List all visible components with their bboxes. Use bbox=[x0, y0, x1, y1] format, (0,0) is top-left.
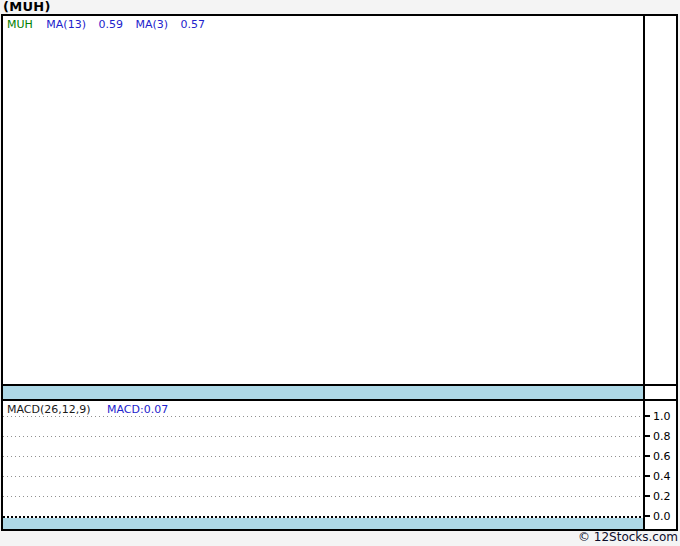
macd-gridline-0.2 bbox=[3, 496, 643, 497]
macd-gridline-0.4 bbox=[3, 476, 643, 477]
date-axis-band-top bbox=[3, 386, 643, 399]
macd-gridline-1.0 bbox=[3, 416, 643, 417]
macd-axis-tick bbox=[643, 455, 650, 457]
symbol-label: MUH bbox=[7, 18, 33, 31]
macd-axis-label: 0.2 bbox=[653, 490, 671, 503]
stock-chart-page: { "header": { "title": "(MUH)" }, "main_… bbox=[0, 0, 680, 546]
ma3-label: MA(3) bbox=[135, 18, 168, 31]
macd-axis-label: 0.6 bbox=[653, 450, 671, 463]
macd-axis-label: 0.8 bbox=[653, 430, 671, 443]
main-panel-legend: MUH MA(13) 0.59 MA(3) 0.57 bbox=[7, 18, 205, 31]
macd-axis-tick bbox=[643, 435, 650, 437]
macd-axis-label: 0.4 bbox=[653, 470, 671, 483]
macd-axis-tick bbox=[643, 415, 650, 417]
macd-label: MACD(26,12,9) bbox=[7, 403, 91, 416]
macd-axis-label: 1.0 bbox=[653, 410, 671, 423]
chart-frame: MUH MA(13) 0.59 MA(3) 0.57 MACD(26,12,9)… bbox=[1, 14, 678, 531]
chart-inner: MUH MA(13) 0.59 MA(3) 0.57 MACD(26,12,9)… bbox=[3, 16, 676, 529]
ma13-label: MA(13) bbox=[46, 18, 86, 31]
macd-axis-tick bbox=[643, 515, 650, 517]
macd-axis-tick bbox=[643, 495, 650, 497]
macd-panel-top-border bbox=[3, 399, 676, 401]
right-axis-line bbox=[643, 16, 645, 529]
page-title: (MUH) bbox=[3, 0, 51, 14]
macd-gridline-0.6 bbox=[3, 456, 643, 457]
macd-axis-tick bbox=[643, 475, 650, 477]
macd-axis-label: 0.0 bbox=[653, 510, 671, 523]
ma3-value: 0.57 bbox=[181, 18, 206, 31]
macd-gridline-0.8 bbox=[3, 436, 643, 437]
ma13-value: 0.59 bbox=[98, 18, 123, 31]
date-axis-band-bottom bbox=[3, 518, 643, 529]
watermark: © 12Stocks.com bbox=[578, 530, 678, 545]
macd-value: MACD:0.07 bbox=[107, 403, 168, 416]
macd-panel-legend: MACD(26,12,9) MACD:0.07 bbox=[7, 403, 168, 416]
